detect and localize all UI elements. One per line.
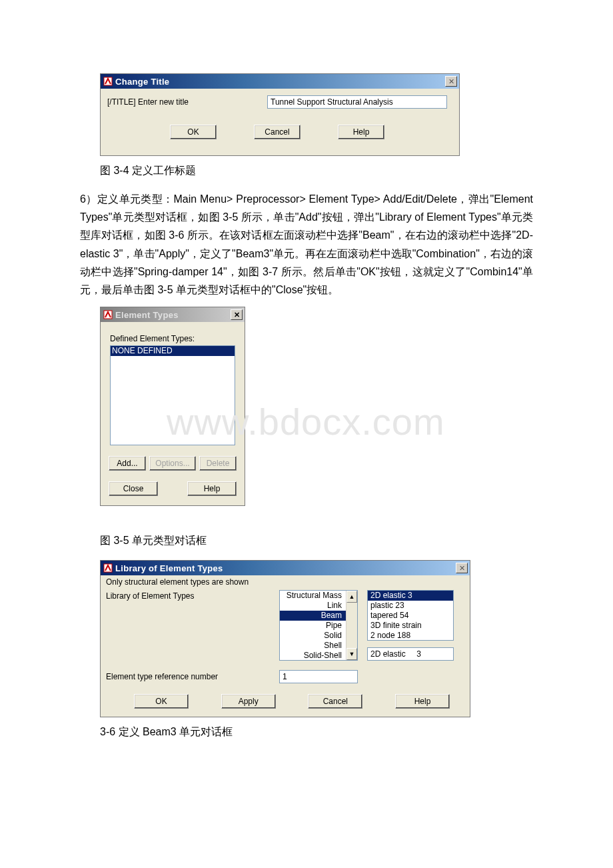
subtype-listbox[interactable]: 2D elastic 3plastic 23tapered 543D finit…	[367, 590, 454, 641]
list-item[interactable]: 2 node 188	[368, 631, 453, 641]
close-button[interactable]: Close	[109, 481, 158, 496]
ok-button[interactable]: OK	[134, 694, 189, 709]
list-item[interactable]: Beam	[280, 611, 346, 621]
list-item[interactable]: tapered 54	[368, 611, 453, 621]
figure-caption-3-6: 3-6 定义 Beam3 单元对话框	[100, 725, 533, 739]
list-item[interactable]: Shell	[280, 641, 346, 651]
list-item[interactable]: Structural Mass	[280, 591, 346, 601]
cancel-button[interactable]: Cancel	[308, 694, 362, 709]
change-title-dialog: Change Title ✕ [/TITLE] Enter new title …	[100, 73, 460, 156]
ref-number-label: Element type reference number	[106, 672, 279, 681]
list-item[interactable]: 3D finite strain	[368, 621, 453, 631]
app-icon	[103, 310, 113, 319]
title-input[interactable]	[267, 95, 447, 109]
options-button: Options...	[149, 456, 195, 471]
app-icon	[103, 77, 113, 86]
list-item[interactable]: Pipe	[280, 621, 346, 631]
dialog-title: Element Types	[115, 310, 231, 320]
scroll-down-icon[interactable]: ▼	[346, 648, 357, 660]
defined-types-label: Defined Element Types:	[110, 334, 245, 343]
figure-caption-3-5: 图 3-5 单元类型对话框	[100, 534, 533, 548]
close-icon[interactable]: ✕	[231, 309, 243, 320]
list-item[interactable]: 2D elastic 3	[368, 591, 453, 601]
dialog-title: Library of Element Types	[115, 563, 456, 573]
library-element-types-dialog: Library of Element Types ✕ Only structur…	[100, 560, 470, 717]
info-line: Only structural element types are shown	[101, 575, 470, 589]
list-item[interactable]: plastic 23	[368, 601, 453, 611]
library-label: Library of Element Types	[106, 590, 279, 601]
ref-number-input[interactable]	[279, 670, 358, 683]
cancel-button[interactable]: Cancel	[254, 125, 301, 139]
list-item[interactable]: Link	[280, 601, 346, 611]
delete-button: Delete	[199, 456, 237, 471]
scrollbar[interactable]: ▲ ▼	[346, 591, 357, 660]
add-button[interactable]: Add...	[109, 456, 146, 471]
scroll-up-icon[interactable]: ▲	[346, 591, 357, 603]
body-paragraph: 6）定义单元类型：Main Menu> Preprocessor> Elemen…	[80, 190, 533, 299]
help-button[interactable]: Help	[395, 694, 450, 709]
category-listbox[interactable]: Structural MassLinkBeamPipeSolidShellSol…	[279, 590, 358, 661]
dialog-titlebar: Element Types ✕	[101, 307, 245, 322]
title-label: [/TITLE] Enter new title	[106, 97, 267, 107]
element-types-listbox[interactable]: NONE DEFINED	[110, 345, 235, 445]
close-icon[interactable]: ✕	[456, 563, 468, 573]
dialog-titlebar: Change Title ✕	[101, 74, 459, 89]
list-item[interactable]: NONE DEFINED	[111, 346, 235, 356]
list-item[interactable]: Solid	[280, 631, 346, 641]
help-button[interactable]: Help	[338, 125, 384, 139]
close-icon[interactable]: ✕	[445, 76, 457, 87]
dialog-titlebar: Library of Element Types ✕	[101, 561, 470, 575]
ok-button[interactable]: OK	[170, 125, 217, 139]
dialog-title: Change Title	[115, 77, 445, 87]
help-button[interactable]: Help	[187, 481, 237, 496]
figure-caption-3-4: 图 3-4 定义工作标题	[100, 164, 533, 178]
list-item[interactable]: Solid-Shell	[280, 651, 346, 661]
selected-type-display[interactable]	[367, 647, 454, 661]
element-types-dialog: Element Types ✕ Defined Element Types: N…	[100, 307, 245, 506]
apply-button[interactable]: Apply	[221, 694, 276, 709]
app-icon	[103, 563, 113, 573]
